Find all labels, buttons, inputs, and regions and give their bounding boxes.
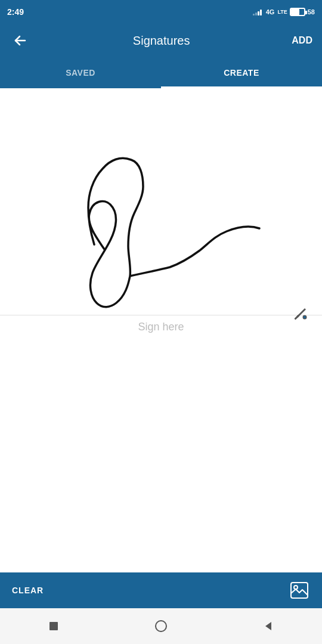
- status-bar: 2:49 4G LTE 58: [0, 0, 322, 24]
- system-nav-bar: [0, 608, 322, 644]
- network-type: 4G: [266, 8, 275, 16]
- home-button[interactable]: [148, 613, 174, 639]
- edit-icon[interactable]: [291, 303, 310, 322]
- signature-drawing[interactable]: [0, 88, 322, 315]
- tab-bar: SAVED CREATE: [0, 57, 322, 88]
- back-button[interactable]: [255, 613, 281, 639]
- lte-indicator: LTE: [277, 9, 287, 15]
- status-icons: 4G LTE 58: [253, 8, 315, 16]
- time-display: 2:49: [7, 7, 24, 17]
- battery-level: [291, 9, 299, 15]
- add-button[interactable]: ADD: [292, 35, 312, 46]
- close-button[interactable]: [10, 30, 31, 51]
- signal-icon: [253, 8, 262, 16]
- status-time: 2:49: [7, 7, 24, 17]
- top-navigation: Signatures ADD: [0, 24, 322, 57]
- bottom-toolbar: CLEAR: [0, 572, 322, 608]
- clear-button[interactable]: CLEAR: [12, 586, 44, 595]
- tab-saved[interactable]: SAVED: [0, 57, 161, 88]
- svg-marker-10: [265, 622, 271, 630]
- svg-rect-8: [49, 622, 58, 630]
- tab-create[interactable]: CREATE: [161, 57, 322, 88]
- svg-point-5: [304, 316, 306, 318]
- image-button[interactable]: [289, 580, 310, 601]
- svg-point-9: [156, 621, 166, 631]
- sign-here-label: Sign here: [0, 321, 322, 333]
- recent-apps-button[interactable]: [41, 613, 67, 639]
- battery-percent: 58: [308, 8, 315, 16]
- page-title: Signatures: [133, 34, 190, 48]
- battery-icon: [290, 8, 305, 16]
- signature-divider: [0, 315, 322, 315]
- signature-area[interactable]: Sign here: [0, 88, 322, 553]
